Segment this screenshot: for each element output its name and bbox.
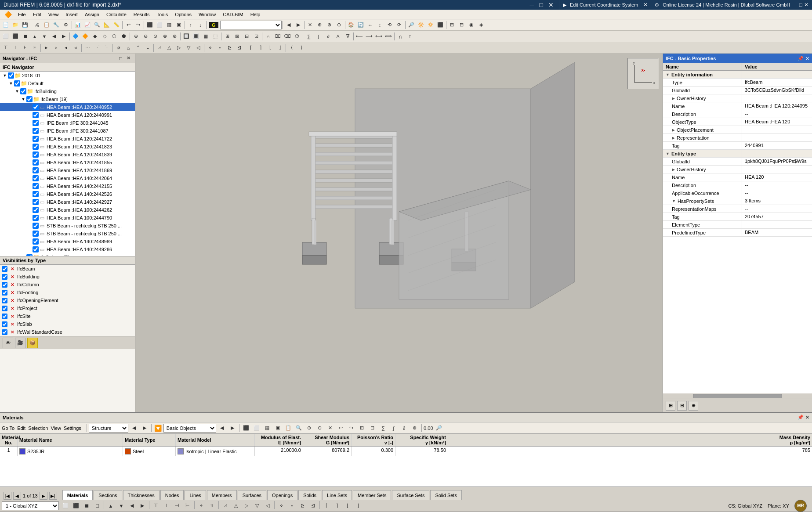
vis-check-ifcbeam[interactable] — [2, 266, 7, 272]
tree-item-beam4790[interactable]: ▭ HEA Beam :HEA 100:2444790 — [0, 214, 135, 222]
props-row-type[interactable]: Type IfcBeam — [663, 79, 812, 87]
page-next-btn[interactable]: ▶ — [40, 492, 47, 500]
menu-item-help[interactable]: Help — [247, 11, 264, 18]
tb9[interactable]: 📏 — [112, 20, 121, 30]
mat-btn14[interactable]: ∑ — [378, 423, 388, 433]
coord-btn3[interactable]: ◼ — [82, 501, 91, 511]
props-group-entity-info[interactable]: ▼ Entity information — [663, 71, 812, 79]
tree-check-stb1[interactable] — [33, 223, 39, 229]
tab-solid-sets[interactable]: Solid Sets — [430, 490, 462, 500]
menu-item-view[interactable]: View — [45, 11, 62, 18]
r2-tb4[interactable]: ▲ — [30, 32, 40, 41]
mat-btn1[interactable]: ⬛ — [241, 423, 251, 433]
r3-tb16[interactable]: ⊿ — [155, 43, 164, 53]
r3-tb10[interactable]: ⋰ — [92, 43, 102, 53]
tb2[interactable]: 📋 — [42, 20, 51, 30]
tree-check-beam2064[interactable] — [33, 175, 39, 181]
tree-item-beam8989[interactable]: ▭ HEA Beam :HEA 140:2448989 — [0, 238, 135, 245]
tb21[interactable]: 🔄 — [356, 20, 366, 30]
panel-btn-1[interactable]: 👁 — [3, 338, 13, 348]
tb3[interactable]: 🔧 — [51, 20, 61, 30]
props-row-et-applic[interactable]: ApplicableOccurrence -- — [663, 189, 812, 197]
coord-btn18[interactable]: ▽ — [252, 501, 262, 511]
menu-item-cadbim[interactable]: CAD-BIM — [219, 11, 246, 18]
r2-tb27[interactable]: ⌂ — [263, 32, 273, 41]
page-last-btn[interactable]: ▶| — [49, 492, 57, 500]
tb17[interactable]: ⊕ — [315, 20, 325, 30]
r2-tb23[interactable]: ⊞ — [222, 32, 232, 41]
r2-tb15[interactable]: ⊖ — [141, 32, 150, 41]
r2-tb39[interactable]: ⟺ — [384, 32, 393, 41]
props-group-entity-type[interactable]: ▼ Entity type — [663, 150, 812, 158]
r3-tb6[interactable]: ▹ — [51, 43, 61, 53]
vis-check-ifcope[interactable] — [2, 298, 7, 303]
coord-btn2[interactable]: ⬛ — [71, 501, 81, 511]
tb20[interactable]: 🏠 — [346, 20, 356, 30]
r3-tb1[interactable]: ⊤ — [1, 43, 11, 53]
secondary-close-btn[interactable]: ✕ — [643, 2, 648, 8]
props-scrollbar-thumb[interactable] — [693, 394, 782, 398]
r3-tb18[interactable]: ▷ — [174, 43, 184, 53]
tree-check-ipe2[interactable] — [33, 128, 39, 134]
coord-btn26[interactable]: ⌊ — [343, 501, 352, 511]
coord-btn14[interactable]: ⌗ — [207, 501, 217, 511]
tb26[interactable]: 🔎 — [406, 20, 416, 30]
page-first-btn[interactable]: |◀ — [4, 492, 11, 500]
tree-check-beam1839[interactable] — [33, 151, 39, 158]
coord-btn12[interactable]: ⊢ — [183, 501, 192, 511]
tree-item-beam1869[interactable]: ▭ HEA Beam :HEA 120:2441869 — [0, 166, 135, 174]
r3-tb27[interactable]: ⌊ — [265, 43, 275, 53]
tree-check-beam2927[interactable] — [33, 199, 39, 205]
tree-check-beam2526[interactable] — [33, 191, 39, 197]
tab-surfaces[interactable]: Surfaces — [238, 490, 266, 500]
r3-tb14[interactable]: ⌃ — [133, 43, 143, 53]
tree-item-beam1823[interactable]: ▭ HEA Beam :HEA 120:2441823 — [0, 143, 135, 151]
mat-btn2[interactable]: ⬜ — [252, 423, 261, 433]
coord-btn27[interactable]: ⌋ — [353, 501, 363, 511]
tree-item-stb2[interactable]: ▭ STB Beam - rechteckig:STB 250 ... — [0, 230, 135, 238]
r2-tb3[interactable]: ◼ — [20, 32, 30, 41]
props-row-et-reprmaps[interactable]: RepresentationMaps -- — [663, 205, 812, 213]
props-pin-btn[interactable]: 📌 — [798, 56, 804, 61]
vis-item-ifcproject[interactable]: ✕ IfcProject — [0, 304, 135, 312]
tb11[interactable]: ⬜ — [155, 20, 164, 30]
maximize-btn[interactable]: □ — [537, 1, 544, 8]
props-row-et-predeftype[interactable]: PredefinedType BEAM — [663, 229, 812, 237]
props-footer-btn2[interactable]: ⊟ — [677, 401, 687, 411]
tab-lines[interactable]: Lines — [185, 490, 206, 500]
r2-tb14[interactable]: ⊕ — [131, 32, 141, 41]
r3-tb7[interactable]: ◂ — [61, 43, 71, 53]
nav-next[interactable]: ▶ — [294, 20, 303, 30]
tree-check-beam9286[interactable] — [33, 246, 39, 252]
redo-btn[interactable]: ↪ — [133, 20, 143, 30]
r3-tb21[interactable]: ⋄ — [205, 43, 215, 53]
tb8[interactable]: 📐 — [102, 20, 112, 30]
props-row-ownerhistory[interactable]: ▶ OwnerHistory — [663, 94, 812, 102]
undo-btn[interactable]: ↩ — [123, 20, 133, 30]
coord-btn24[interactable]: ⌈ — [322, 501, 331, 511]
props-row-et-desc[interactable]: Description -- — [663, 181, 812, 189]
mat-btn3[interactable]: ▦ — [262, 423, 272, 433]
tab-nodes[interactable]: Nodes — [160, 490, 184, 500]
r3-tb24[interactable]: ⊴ — [234, 43, 244, 53]
page-prev-btn[interactable]: ◀ — [13, 492, 21, 500]
props-row-objplacement[interactable]: ▶ ObjectPlacement — [663, 126, 812, 134]
viewport[interactable]: x- x y — [135, 54, 663, 412]
r3-tb28[interactable]: ⌋ — [275, 43, 285, 53]
tb15[interactable]: ↓ — [196, 20, 205, 30]
r2-tb11[interactable]: ◇ — [100, 32, 109, 41]
coord-btn17[interactable]: ▷ — [242, 501, 251, 511]
mat-btn19[interactable]: 🔎 — [434, 423, 444, 433]
tb19[interactable]: ⊙ — [334, 20, 344, 30]
tb18[interactable]: ⊗ — [325, 20, 334, 30]
r3-tb8[interactable]: ◃ — [71, 43, 80, 53]
props-footer-btn3[interactable]: ⊕ — [689, 401, 698, 411]
tb14[interactable]: ↑ — [186, 20, 196, 30]
menu-item-edit[interactable]: Edit — [29, 11, 45, 18]
menu-item-options[interactable]: Options — [171, 11, 195, 18]
expand-icon-entity-info[interactable]: ▼ — [666, 72, 670, 77]
tree-item-stb1[interactable]: ▭ STB Beam - rechteckig:STB 250 ... — [0, 222, 135, 230]
r2-tb34[interactable]: ∆ — [333, 32, 343, 41]
r2-tb29[interactable]: ⌫ — [283, 32, 292, 41]
tb13[interactable]: ▣ — [174, 20, 184, 30]
